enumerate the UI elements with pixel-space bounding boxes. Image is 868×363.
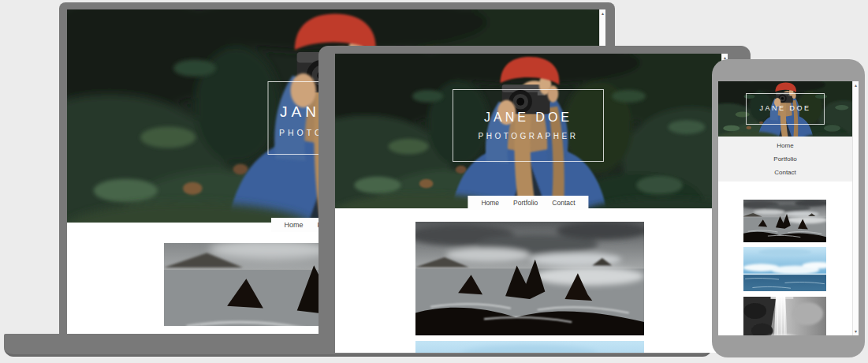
scroll-up-icon[interactable]: ▴ [600, 11, 605, 16]
site-title-box: JANE DOE [746, 93, 825, 125]
waterfall-photo [743, 297, 826, 335]
nav-item-contact[interactable]: Contact [774, 169, 796, 176]
nav-item-home[interactable]: Home [284, 221, 303, 229]
phone-hero-section: JANE DOE [718, 81, 852, 137]
ocean-horizon-photo [743, 247, 826, 291]
portfolio-image-ocean-horizon[interactable] [415, 341, 644, 353]
portfolio-image-ocean-horizon[interactable] [743, 247, 826, 291]
nav-item-portfolio[interactable]: Portfolio [513, 199, 538, 207]
tablet-mockup: JANE DOE PHOTOGRAPHER Home Portfolio Con… [319, 46, 751, 353]
nav-item-portfolio[interactable]: Portfolio [773, 155, 796, 163]
phone-mockup: JANE DOE Home Portfolio Contact [712, 59, 865, 357]
site-title: JANE DOE [453, 110, 603, 125]
tablet-nav-bar: Home Portfolio Contact [468, 196, 588, 210]
portfolio-image-rocky-seascape[interactable] [743, 200, 826, 242]
nav-item-home[interactable]: Home [481, 199, 499, 207]
site-subtitle: PHOTOGRAPHER [453, 132, 603, 140]
portfolio-image-rocky-seascape[interactable] [415, 222, 644, 335]
site-title: JANE DOE [747, 104, 824, 112]
nav-item-home[interactable]: Home [777, 142, 793, 149]
tablet-hero-section: JANE DOE PHOTOGRAPHER [335, 54, 721, 208]
rocky-seascape-photo [415, 222, 644, 335]
scroll-up-icon[interactable]: ▴ [853, 83, 859, 88]
phone-screen: JANE DOE Home Portfolio Contact [718, 81, 859, 335]
phone-scrollbar[interactable]: ▴ ▾ [852, 81, 859, 335]
ocean-horizon-photo [415, 341, 644, 353]
phone-page: JANE DOE Home Portfolio Contact [718, 81, 852, 335]
rocky-seascape-photo [743, 200, 826, 242]
phone-nav-bar: Home Portfolio Contact [718, 137, 852, 182]
tablet-screen: JANE DOE PHOTOGRAPHER Home Portfolio Con… [335, 54, 728, 353]
site-title-box: JANE DOE PHOTOGRAPHER [453, 89, 604, 162]
scroll-down-icon[interactable]: ▾ [853, 329, 859, 334]
tablet-page: JANE DOE PHOTOGRAPHER Home Portfolio Con… [335, 54, 721, 353]
nav-item-contact[interactable]: Contact [552, 199, 575, 207]
responsive-preview-canvas: JANE DOE PHOTOGRAPHER Home Portfolio Con… [0, 0, 868, 363]
portfolio-image-waterfall[interactable] [743, 297, 826, 335]
